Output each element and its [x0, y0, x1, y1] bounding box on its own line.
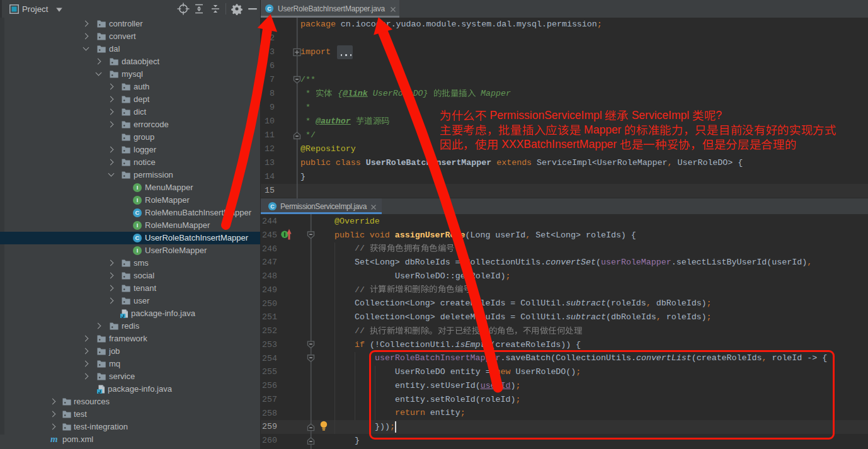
svg-text:I: I — [137, 184, 139, 191]
svg-text:I: I — [137, 222, 139, 229]
svg-text:C: C — [267, 6, 271, 12]
svg-text:I: I — [137, 247, 139, 254]
svg-text:C: C — [270, 203, 275, 210]
svg-text:I: I — [137, 196, 139, 203]
svg-text:C: C — [135, 234, 140, 241]
svg-text:C: C — [135, 209, 140, 216]
